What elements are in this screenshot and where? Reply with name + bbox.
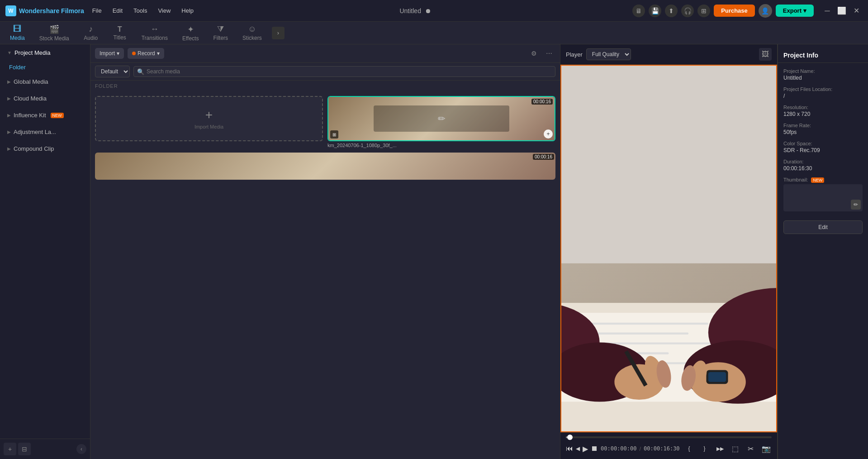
media-item-clip2[interactable]: 00:00:16 (95, 153, 555, 180)
window-controls: ─ ⬜ ✕ (821, 5, 863, 17)
sidebar: ▼ Project Media Folder ▶ Global Media ▶ … (0, 44, 90, 459)
progress-bar[interactable] (566, 436, 772, 438)
remove-folder-button[interactable]: ⊟ (18, 443, 31, 455)
quality-select[interactable]: Full Quality (586, 48, 631, 60)
export-button[interactable]: Export ▾ (776, 5, 814, 17)
project-info-panel: Project Info Project Name: Untitled Proj… (778, 44, 868, 459)
tab-stock-media[interactable]: 🎬 Stock Media (33, 22, 76, 44)
filter-settings-button[interactable]: ⚙ (527, 47, 540, 60)
prev-frame-button[interactable]: ◀ (576, 442, 580, 455)
stickers-tab-label: Stickers (242, 35, 262, 41)
duration-label: Duration: (783, 159, 863, 164)
media-row-2: 00:00:16 (95, 153, 555, 180)
save-icon[interactable]: 💾 (649, 5, 661, 17)
upload-icon[interactable]: ⬆ (665, 5, 678, 17)
thumbnail-edit-button[interactable]: ✏ (851, 200, 861, 210)
clip1-thumbnail: ✏ 00:00:16 ⊞ + (327, 96, 555, 141)
compound-clip-label: Compound Clip (14, 145, 54, 152)
record-arrow-icon: ▾ (157, 50, 160, 57)
stock-tab-label: Stock Media (39, 35, 69, 42)
sidebar-item-global-media[interactable]: ▶ Global Media (2, 74, 88, 90)
tabs-more-button[interactable]: › (272, 27, 285, 39)
mark-out-button[interactable]: } (698, 442, 711, 455)
monitor-icon[interactable]: 🖥 (632, 5, 645, 17)
info-row-colorspace: Color Space: SDR - Rec.709 (783, 141, 863, 153)
menu-file[interactable]: File (88, 5, 106, 16)
close-button[interactable]: ✕ (850, 5, 863, 17)
user-avatar[interactable]: 👤 (759, 4, 772, 18)
app-logo: W Wondershare Filmora (5, 5, 84, 16)
project-location-label: Project Files Location: (783, 86, 863, 92)
maximize-button[interactable]: ⬜ (835, 5, 848, 17)
menu-edit[interactable]: Edit (108, 5, 127, 16)
topbar: W Wondershare Filmora File Edit Tools Vi… (0, 0, 868, 22)
media-grid: + Import Media ✏ 00:00:16 ⊞ + km_2024070… (90, 91, 560, 459)
player-label: Player (566, 51, 583, 58)
sidebar-item-project-media[interactable]: ▼ Project Media (2, 45, 88, 61)
rewind-button[interactable]: ⏮ (566, 442, 573, 455)
crop-button[interactable]: ✂ (744, 442, 758, 455)
sidebar-item-compound-clip[interactable]: ▶ Compound Clip (2, 141, 88, 157)
folder-section-label: FOLDER (90, 81, 560, 91)
tab-media[interactable]: 🎞 Media (4, 22, 31, 44)
filters-tab-icon: ⧩ (217, 24, 224, 34)
thumbnail-badge: NEW (811, 177, 824, 183)
progress-handle[interactable] (567, 435, 573, 440)
effects-tab-label: Effects (182, 35, 199, 42)
menu-help[interactable]: Help (177, 5, 198, 16)
headset-icon[interactable]: 🎧 (681, 5, 694, 17)
sidebar-folder-item[interactable]: Folder (0, 61, 90, 73)
sort-select[interactable]: Default (95, 66, 130, 77)
record-label: Record (138, 50, 155, 57)
media-item-clip1[interactable]: ✏ 00:00:16 ⊞ + km_20240706-1_1080p_30f_.… (327, 96, 555, 148)
sidebar-item-cloud-media[interactable]: ▶ Cloud Media (2, 91, 88, 106)
framerate-value: 50fps (783, 129, 863, 135)
current-time: 00:00:00:00 (601, 445, 636, 452)
player-view-button[interactable]: 🖼 (759, 48, 772, 61)
import-label: Import (100, 50, 115, 57)
project-name-value: Untitled (783, 75, 863, 81)
minimize-button[interactable]: ─ (821, 5, 834, 17)
clip1-name: km_20240706-1_1080p_30f_... (327, 143, 555, 148)
player-controls: ⏮ ◀ ▶ ⏹ 00:00:00:00 / 00:00:16:30 { } ▶▶… (560, 432, 777, 459)
media-toolbar: Import ▾ Record ▾ ⚙ ⋯ (90, 44, 560, 63)
snapshot-button[interactable]: 📷 (759, 442, 773, 455)
stop-button[interactable]: ⏹ (591, 442, 598, 455)
tab-audio[interactable]: ♪ Audio (77, 22, 104, 44)
add-folder-button[interactable]: + (4, 443, 16, 455)
tab-stickers[interactable]: ☺ Stickers (236, 22, 268, 44)
speed-button[interactable]: ▶▶ (713, 442, 727, 455)
adjustment-layer-arrow: ▶ (7, 129, 11, 134)
menu-tools[interactable]: Tools (129, 5, 152, 16)
colorspace-value: SDR - Rec.709 (783, 147, 863, 153)
search-input[interactable] (133, 66, 555, 77)
import-button[interactable]: Import ▾ (95, 48, 124, 59)
tab-effects[interactable]: ✦ Effects (176, 22, 205, 44)
global-media-label: Global Media (14, 78, 48, 85)
sidebar-item-adjustment-layer[interactable]: ▶ Adjustment La... (2, 124, 88, 140)
plus-icon: + (205, 108, 213, 122)
mark-in-button[interactable]: { (683, 442, 696, 455)
sidebar-item-influence-kit[interactable]: ▶ Influence Kit NEW (2, 107, 88, 123)
import-media-placeholder[interactable]: + Import Media (95, 96, 323, 141)
clip1-add-button[interactable]: + (544, 129, 553, 139)
purchase-button[interactable]: Purchase (714, 5, 755, 17)
media-more-button[interactable]: ⋯ (543, 47, 555, 60)
cloud-media-label: Cloud Media (14, 95, 47, 102)
layout-icon[interactable]: ⊞ (697, 5, 710, 17)
layout-view-button[interactable]: ⬚ (729, 442, 742, 455)
titles-tab-icon: T (118, 25, 122, 33)
tab-filters[interactable]: ⧩ Filters (207, 22, 234, 44)
titles-tab-label: Titles (114, 34, 126, 41)
info-row-thumbnail: Thumbnail: NEW ✏ (783, 177, 863, 211)
info-row-location: Project Files Location: / (783, 86, 863, 99)
import-arrow-icon: ▾ (117, 50, 119, 57)
tab-titles[interactable]: T Titles (106, 23, 133, 43)
play-button[interactable]: ▶ (583, 442, 588, 455)
tab-transitions[interactable]: ↔ Transitions (135, 22, 174, 44)
project-location-value: / (783, 93, 863, 99)
record-button[interactable]: Record ▾ (128, 48, 164, 59)
edit-button[interactable]: Edit (783, 220, 863, 234)
sidebar-collapse-button[interactable]: ‹ (76, 444, 86, 454)
menu-view[interactable]: View (153, 5, 175, 16)
